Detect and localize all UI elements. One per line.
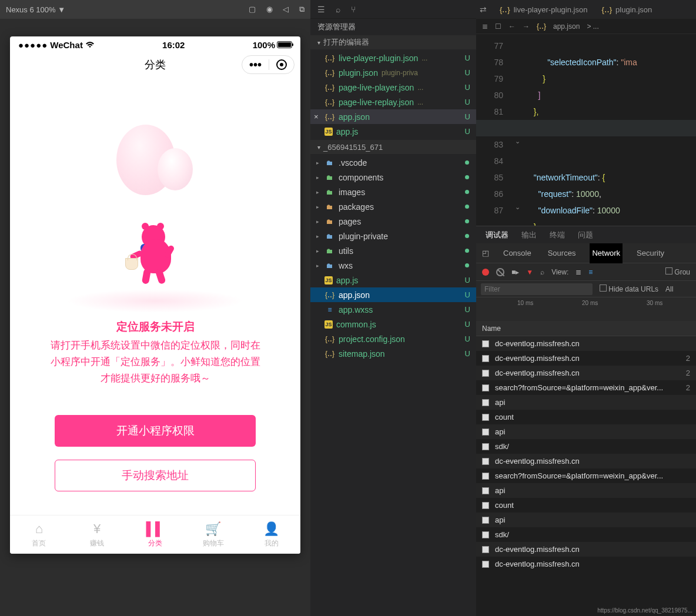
file-item[interactable]: JSapp.jsU <box>310 273 476 287</box>
folder-item[interactable]: ▸🖿utils <box>310 243 476 258</box>
tab-category[interactable]: ▌▌分类 <box>126 515 185 554</box>
manual-search-button[interactable]: 手动搜索地址 <box>55 460 256 491</box>
network-row[interactable]: sdk/ <box>476 439 696 454</box>
network-row[interactable]: api <box>476 483 696 498</box>
network-row[interactable]: dc-eventlog.missfresh.cn2 <box>476 366 696 380</box>
editor-and-devtools: ⇄ {‥}live-player-plugin.json {‥}plugin.j… <box>476 0 696 616</box>
close-icon[interactable]: × <box>314 112 319 121</box>
bookmark-icon[interactable]: ☐ <box>495 22 501 31</box>
git-compare-icon[interactable]: ⇄ <box>480 5 487 14</box>
open-editor-item[interactable]: {‥}plugin.jsonplugin-privaU <box>310 65 476 80</box>
view-waterfall-icon[interactable]: ≡ <box>588 268 593 276</box>
breadcrumb-file[interactable]: app.json <box>553 22 580 31</box>
search-icon[interactable]: ⌕ <box>336 5 340 14</box>
fold-icon[interactable]: ⌄ <box>515 203 520 211</box>
filter-all[interactable]: All <box>665 285 673 293</box>
filter-input[interactable] <box>481 283 593 295</box>
folder-item[interactable]: ▸🖿images <box>310 185 476 199</box>
camera-icon[interactable]: ■▸ <box>511 268 519 276</box>
folder-item[interactable]: ▸🖿components <box>310 170 476 185</box>
tab-profile[interactable]: 👤我的 <box>242 515 300 554</box>
git-branch-icon[interactable]: ⑂ <box>351 5 356 14</box>
open-editor-item[interactable]: {‥}page-live-player.json...U <box>310 80 476 95</box>
editor-tab[interactable]: {‥}plugin.json <box>594 0 659 19</box>
forward-icon[interactable]: → <box>523 22 530 31</box>
network-row[interactable]: dc-eventlog.missfresh.cn <box>476 542 696 557</box>
network-row[interactable]: sdk/ <box>476 527 696 542</box>
project-header[interactable]: ▾_656941515_671 <box>310 140 476 154</box>
tab-earn[interactable]: ¥赚钱 <box>68 515 126 554</box>
devtools-tab-network[interactable]: Network <box>590 243 623 263</box>
file-item[interactable]: {‥}project.config.jsonU <box>310 332 476 346</box>
back-icon[interactable]: ← <box>508 22 516 31</box>
view-list-icon[interactable]: ≣ <box>575 268 581 276</box>
detach-icon[interactable]: ⧉ <box>299 5 304 14</box>
editor-tab[interactable]: {‥}live-player-plugin.json <box>493 0 594 19</box>
open-editor-item[interactable]: {‥}page-live-replay.json...U <box>310 95 476 109</box>
breadcrumb-more[interactable]: > ... <box>587 22 598 31</box>
enable-permission-button[interactable]: 开通小程序权限 <box>55 415 256 447</box>
folder-item[interactable]: ▸🖿pages <box>310 214 476 229</box>
clear-icon[interactable] <box>496 268 504 276</box>
open-editor-item[interactable]: JSapp.jsU <box>310 124 476 139</box>
network-row[interactable]: dc-eventlog.missfresh.cn <box>476 336 696 351</box>
network-row[interactable]: count <box>476 498 696 513</box>
resource-type-icon <box>482 355 489 362</box>
resource-type-icon <box>482 502 489 509</box>
record-icon[interactable] <box>482 269 489 276</box>
network-row[interactable]: api <box>476 424 696 439</box>
wechat-capsule: ••• <box>242 55 295 74</box>
folder-item[interactable]: ▸🖿wxs <box>310 258 476 273</box>
phone-orientation-icon[interactable]: ▢ <box>249 5 256 14</box>
open-editor-item[interactable]: {‥}live-player-plugin.json...U <box>310 51 476 65</box>
tab-home[interactable]: ⌂首页 <box>10 515 68 554</box>
code-lines: "selectedIconPath": "ima } ] }, "network… <box>529 38 696 226</box>
network-timeline[interactable]: 10 ms 20 ms 30 ms <box>476 297 696 321</box>
open-editors-header[interactable]: ▾打开的编辑器 <box>310 35 476 49</box>
open-editor-item-active[interactable]: ×{‥}app.jsonU <box>310 109 476 124</box>
file-item[interactable]: ≡app.wxssU <box>310 302 476 317</box>
list-icon[interactable]: ≣ <box>482 22 488 31</box>
file-item-active[interactable]: {‥}app.jsonU <box>310 287 476 302</box>
file-item[interactable]: JScommon.jsU <box>310 317 476 332</box>
close-miniapp-icon[interactable] <box>276 59 287 70</box>
outline-icon[interactable]: ☰ <box>317 5 325 14</box>
devtools-tab-sources[interactable]: Sources <box>546 243 578 263</box>
bear-illustration <box>129 227 182 286</box>
devtools-tab-console[interactable]: Console <box>501 243 534 263</box>
network-row[interactable]: api <box>476 513 696 527</box>
fold-icon[interactable]: ⌄ <box>515 138 520 145</box>
record-icon[interactable]: ◉ <box>266 5 273 14</box>
network-row[interactable]: dc-eventlog.missfresh.cn <box>476 557 696 571</box>
network-row[interactable]: search?fromSource=&platform=weixin_app&v… <box>476 380 696 395</box>
clock-label: 16:02 <box>162 40 185 50</box>
devtools-tab-security[interactable]: Security <box>634 243 667 263</box>
network-row[interactable]: search?fromSource=&platform=weixin_app&v… <box>476 468 696 483</box>
folder-item[interactable]: ▸🖿plugin-private <box>310 229 476 243</box>
network-row[interactable]: dc-eventlog.missfresh.cn <box>476 454 696 468</box>
code-editor[interactable]: 7778798081828384858687 ⌄ ⌄ "selectedIcon… <box>476 34 696 226</box>
filter-funnel-icon[interactable]: ▼ <box>526 268 533 276</box>
resource-type-icon <box>482 384 489 391</box>
hide-urls-checkbox[interactable] <box>600 284 607 292</box>
panel-tab-problems[interactable]: 问题 <box>578 230 593 240</box>
inspect-icon[interactable]: ◰ <box>482 249 489 257</box>
panel-tab-terminal[interactable]: 终端 <box>550 230 565 240</box>
group-checkbox[interactable] <box>665 267 672 274</box>
resource-type-icon <box>482 546 489 553</box>
panel-tab-debugger[interactable]: 调试器 <box>486 230 508 240</box>
folder-item[interactable]: ▸🖿.vscode <box>310 155 476 170</box>
tab-cart[interactable]: 🛒购物车 <box>184 515 242 554</box>
network-row[interactable]: count <box>476 410 696 424</box>
message-title: 定位服务未开启 <box>28 319 283 335</box>
search-icon[interactable]: ⌕ <box>540 268 544 276</box>
network-row[interactable]: dc-eventlog.missfresh.cn2 <box>476 351 696 366</box>
more-icon[interactable]: ••• <box>249 58 262 72</box>
folder-item[interactable]: ▸🖿packages <box>310 199 476 214</box>
mute-icon[interactable]: ◁ <box>283 5 289 14</box>
panel-tab-output[interactable]: 输出 <box>521 230 537 240</box>
network-row[interactable]: api <box>476 395 696 410</box>
file-item[interactable]: {‥}sitemap.jsonU <box>310 346 476 361</box>
device-selector[interactable]: Nexus 6 100% ▼ <box>6 5 240 14</box>
network-table-header[interactable]: Name <box>476 321 696 336</box>
